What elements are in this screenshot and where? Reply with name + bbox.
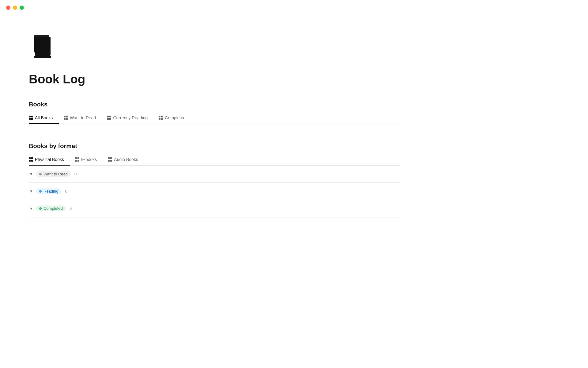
group-completed: ▼ Completed 0 — [29, 200, 400, 217]
grid-icon-e-books — [75, 157, 79, 162]
books-section-divider — [29, 124, 400, 124]
badge-completed-label: Completed — [43, 206, 63, 211]
badge-want-to-read-label: Want to Read — [43, 172, 68, 176]
page-title: Book Log — [29, 72, 400, 86]
format-bottom-divider — [29, 217, 400, 217]
grid-icon-audio-books — [108, 157, 112, 162]
format-groups: ▼ Want to Read 0 ▼ Reading 0 — [29, 166, 400, 217]
grid-icon-completed — [159, 116, 163, 120]
tab-all-books-label: All Books — [35, 115, 53, 120]
format-section: Books by format Physical Books E-books — [29, 143, 400, 217]
grid-icon-currently-reading — [107, 116, 111, 120]
books-section-heading: Books — [29, 101, 400, 108]
count-want-to-read: 0 — [74, 172, 77, 176]
grid-icon-all-books — [29, 116, 33, 120]
books-section: Books All Books Want to Read — [29, 101, 400, 124]
chevron-icon-want-to-read: ▼ — [29, 172, 34, 177]
tab-completed[interactable]: Completed — [159, 113, 192, 124]
tab-currently-reading[interactable]: Currently Reading — [107, 113, 154, 124]
chevron-icon-completed: ▼ — [29, 206, 34, 211]
group-row-completed[interactable]: ▼ Completed 0 — [29, 200, 400, 217]
tab-audio-books-label: Audio Books — [114, 157, 138, 162]
tab-all-books[interactable]: All Books — [29, 113, 59, 124]
tab-e-books[interactable]: E-books — [75, 155, 103, 166]
traffic-lights — [6, 6, 24, 10]
tab-currently-reading-label: Currently Reading — [113, 115, 148, 120]
chevron-icon-reading: ▼ — [29, 189, 34, 194]
tab-completed-label: Completed — [165, 115, 186, 120]
svg-rect-7 — [34, 56, 51, 58]
format-tabs: Physical Books E-books Audio Books — [29, 155, 400, 166]
page-icon-wrapper — [29, 33, 400, 65]
count-reading: 0 — [65, 189, 67, 194]
dot-completed — [39, 207, 42, 210]
tab-audio-books[interactable]: Audio Books — [108, 155, 144, 166]
main-content: Book Log Books All Books Want to Re — [0, 0, 429, 236]
tab-e-books-label: E-books — [81, 157, 97, 162]
badge-completed: Completed — [36, 205, 66, 211]
group-row-reading[interactable]: ▼ Reading 0 — [29, 183, 400, 200]
tab-want-to-read-label: Want to Read — [70, 115, 96, 120]
group-reading: ▼ Reading 0 — [29, 183, 400, 200]
group-want-to-read: ▼ Want to Read 0 — [29, 166, 400, 183]
tab-want-to-read[interactable]: Want to Read — [64, 113, 102, 124]
tab-physical-books[interactable]: Physical Books — [29, 155, 70, 166]
maximize-button[interactable] — [20, 6, 24, 10]
badge-want-to-read: Want to Read — [36, 171, 71, 177]
svg-rect-6 — [46, 37, 51, 56]
format-section-heading: Books by format — [29, 143, 400, 150]
count-completed: 0 — [70, 206, 72, 211]
tab-physical-books-label: Physical Books — [35, 157, 64, 162]
grid-icon-physical-books — [29, 157, 33, 162]
minimize-button[interactable] — [13, 6, 17, 10]
books-tabs: All Books Want to Read Currently Reading — [29, 113, 400, 124]
dot-want-to-read — [39, 173, 42, 175]
badge-reading-label: Reading — [43, 189, 58, 194]
close-button[interactable] — [6, 6, 10, 10]
group-row-want-to-read[interactable]: ▼ Want to Read 0 — [29, 166, 400, 182]
dot-reading — [39, 190, 42, 193]
badge-reading: Reading — [36, 188, 61, 194]
grid-icon-want-to-read — [64, 116, 68, 120]
book-icon-svg — [29, 33, 59, 64]
